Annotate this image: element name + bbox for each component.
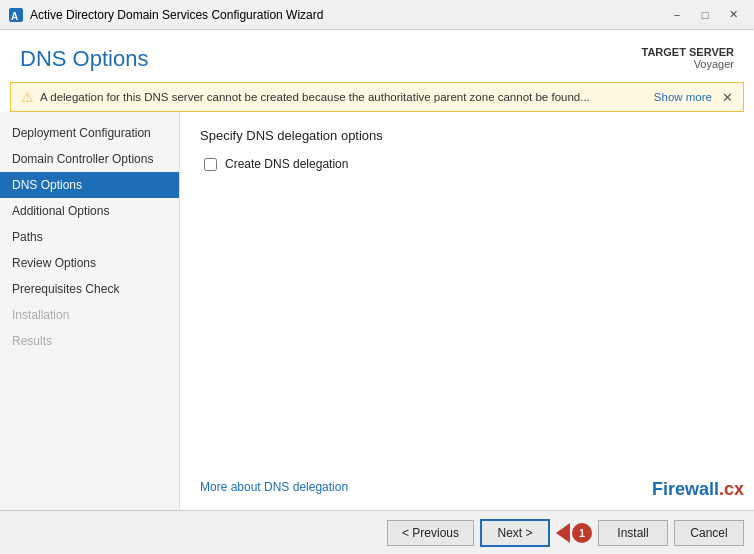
app-icon: A: [8, 7, 24, 23]
sidebar-item-domain-controller[interactable]: Domain Controller Options: [0, 146, 179, 172]
footer: < Previous Next > 1 Install Cancel: [0, 510, 754, 554]
create-dns-delegation-checkbox[interactable]: [204, 158, 217, 171]
install-button[interactable]: Install: [598, 520, 668, 546]
sidebar-item-additional[interactable]: Additional Options: [0, 198, 179, 224]
server-label: TARGET SERVER: [642, 46, 735, 58]
warning-close-button[interactable]: ✕: [722, 90, 733, 105]
sidebar-item-deployment[interactable]: Deployment Configuration: [0, 120, 179, 146]
badge-number: 1: [572, 523, 592, 543]
next-button[interactable]: Next >: [480, 519, 550, 547]
watermark-text1: Firewall: [652, 479, 719, 499]
window-title: Active Directory Domain Services Configu…: [30, 8, 664, 22]
more-about-dns-link[interactable]: More about DNS delegation: [200, 480, 348, 494]
maximize-button[interactable]: □: [692, 5, 718, 25]
window-controls[interactable]: − □ ✕: [664, 5, 746, 25]
watermark-text2: .cx: [719, 479, 744, 499]
sidebar-item-results: Results: [0, 328, 179, 354]
cancel-button[interactable]: Cancel: [674, 520, 744, 546]
sidebar-item-dns-options[interactable]: DNS Options: [0, 172, 179, 198]
dns-delegation-row: Create DNS delegation: [204, 157, 734, 171]
minimize-button[interactable]: −: [664, 5, 690, 25]
title-bar: A Active Directory Domain Services Confi…: [0, 0, 754, 30]
close-button[interactable]: ✕: [720, 5, 746, 25]
badge-wrapper: 1: [556, 523, 592, 543]
dns-delegation-label: Create DNS delegation: [225, 157, 348, 171]
sidebar-item-review[interactable]: Review Options: [0, 250, 179, 276]
sidebar-item-prerequisites[interactable]: Prerequisites Check: [0, 276, 179, 302]
previous-button[interactable]: < Previous: [387, 520, 474, 546]
body-area: Deployment Configuration Domain Controll…: [0, 112, 754, 510]
badge-arrow: [556, 523, 570, 543]
window-content: DNS Options TARGET SERVER Voyager ⚠ A de…: [0, 30, 754, 554]
show-more-link[interactable]: Show more: [654, 91, 712, 103]
header: DNS Options TARGET SERVER Voyager: [0, 30, 754, 82]
warning-icon: ⚠: [21, 89, 34, 105]
warning-text: A delegation for this DNS server cannot …: [40, 91, 648, 103]
main-panel: Specify DNS delegation options Create DN…: [180, 112, 754, 510]
watermark: Firewall.cx: [652, 479, 744, 500]
sidebar: Deployment Configuration Domain Controll…: [0, 112, 180, 510]
panel-title: Specify DNS delegation options: [200, 128, 734, 143]
svg-text:A: A: [11, 11, 18, 22]
server-name: Voyager: [642, 58, 735, 70]
page-title: DNS Options: [20, 46, 148, 72]
sidebar-item-installation: Installation: [0, 302, 179, 328]
warning-banner: ⚠ A delegation for this DNS server canno…: [10, 82, 744, 112]
server-info: TARGET SERVER Voyager: [642, 46, 735, 70]
sidebar-item-paths[interactable]: Paths: [0, 224, 179, 250]
